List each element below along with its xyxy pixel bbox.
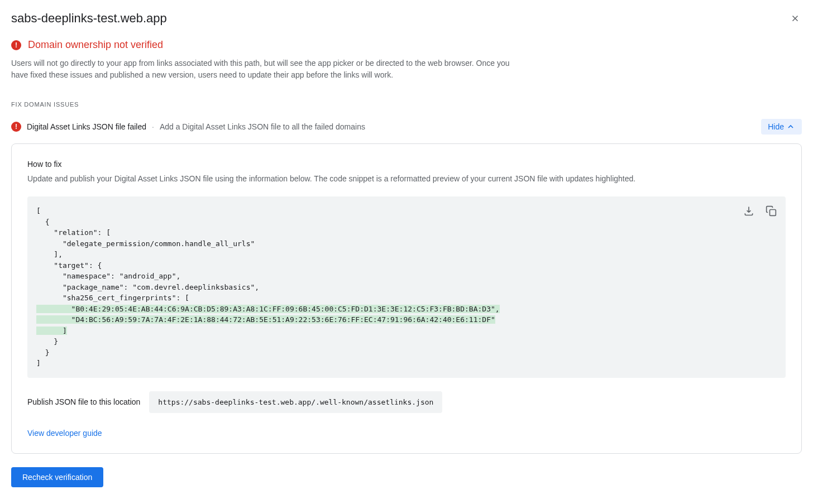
error-icon: ! (11, 122, 21, 132)
hide-button[interactable]: Hide (761, 119, 802, 135)
issue-title: Digital Asset Links JSON file failed (27, 122, 146, 131)
code-highlight: "B0:4E:29:05:4E:AB:44:C6:9A:CB:D5:89:A3:… (36, 305, 500, 313)
how-to-fix-description: Update and publish your Digital Asset Li… (27, 174, 786, 183)
page-title: sabs-deeplinks-test.web.app (11, 11, 167, 26)
close-button[interactable] (788, 12, 802, 25)
issue-subtitle: Add a Digital Asset Links JSON file to a… (160, 122, 365, 131)
svg-rect-0 (770, 210, 776, 216)
code-content: [ { "relation": [ "delegate_permission/c… (36, 205, 777, 369)
download-button[interactable] (743, 205, 754, 217)
code-highlight: "D4:BC:56:A9:59:7A:7A:4F:2E:1A:88:44:72:… (36, 315, 495, 324)
issue-row: ! Digital Asset Links JSON file failed ·… (11, 119, 802, 135)
alert-title: Domain ownership not verified (28, 39, 163, 51)
download-icon (743, 205, 754, 217)
code-highlight: ] (36, 327, 67, 335)
chevron-up-icon (786, 122, 795, 131)
error-icon: ! (11, 40, 21, 50)
publish-url: https://sabs-deeplinks-test.web.app/.wel… (149, 391, 442, 413)
section-label: FIX DOMAIN ISSUES (11, 101, 802, 108)
separator: · (152, 122, 154, 131)
fix-card: How to fix Update and publish your Digit… (11, 143, 802, 454)
how-to-fix-title: How to fix (27, 160, 786, 169)
code-block: [ { "relation": [ "delegate_permission/c… (27, 196, 786, 378)
developer-guide-link[interactable]: View developer guide (27, 429, 102, 438)
copy-button[interactable] (766, 205, 777, 217)
copy-icon (766, 205, 777, 217)
publish-label: Publish JSON file to this location (27, 397, 140, 406)
recheck-verification-button[interactable]: Recheck verification (11, 467, 103, 487)
close-icon (790, 13, 800, 23)
alert-description: Users will not go directly to your app f… (11, 57, 514, 81)
hide-label: Hide (768, 122, 784, 131)
